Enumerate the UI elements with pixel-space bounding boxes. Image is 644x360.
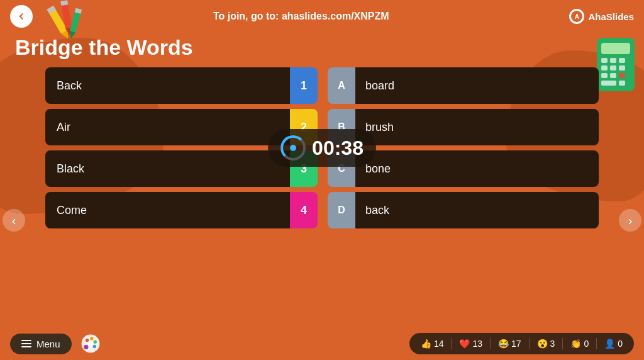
left-item-1-text: Back (57, 79, 82, 93)
divider (562, 338, 563, 349)
wow-emoji: 😮 (537, 339, 548, 349)
svg-point-25 (93, 340, 96, 344)
right-item-b-text: brush (365, 121, 394, 134)
laugh-count: 17 (511, 339, 521, 349)
laugh-emoji: 😂 (498, 339, 509, 349)
right-item-a-text: board (365, 79, 394, 93)
footer: Menu 👍 14 ❤️ 13 😂 17 😮 (0, 327, 644, 360)
timer-display: 00:38 (312, 137, 364, 160)
divider (451, 338, 452, 349)
divider (596, 338, 597, 349)
reaction-laugh: 😂 17 (498, 339, 521, 349)
person-count: 0 (618, 339, 623, 349)
divider (490, 338, 491, 349)
number-badge-4: 4 (290, 192, 318, 228)
letter-badge-d: D (328, 192, 355, 228)
logo-area: A AhaSlides (569, 9, 634, 24)
table-row: Come 4 D back (45, 192, 599, 228)
reaction-person: 👤 0 (604, 339, 623, 349)
right-item-d: back (355, 192, 599, 228)
left-item-2: Air (45, 109, 290, 145)
divider (529, 338, 530, 349)
right-item-a: board (355, 67, 599, 104)
reaction-clap: 👏 0 (570, 339, 589, 349)
left-item-2-text: Air (57, 121, 70, 134)
svg-point-27 (84, 345, 88, 349)
left-item-1: Back (45, 67, 290, 104)
logo-icon: A (569, 9, 584, 24)
left-item-3-text: Black (57, 162, 84, 176)
wow-count: 3 (550, 339, 555, 349)
person-emoji: 👤 (604, 339, 615, 349)
svg-point-26 (92, 345, 96, 348)
hamburger-icon (21, 340, 31, 347)
number-badge-1: 1 (290, 67, 318, 104)
palette-icon (79, 332, 102, 355)
letter-badge-a: A (328, 67, 355, 104)
right-item-c: bone (355, 150, 599, 187)
back-button[interactable] (10, 5, 33, 28)
svg-point-24 (90, 337, 93, 340)
join-url: ahaslides.com/XNPZM (282, 11, 389, 21)
header: To join, go to: ahaslides.com/XNPZM A Ah… (0, 0, 644, 33)
matching-area: Back 1 A board Air 2 B (45, 67, 599, 228)
reactions-bar: 👍 14 ❤️ 13 😂 17 😮 3 👏 0 👤 0 (409, 333, 634, 354)
like-count: 14 (434, 339, 444, 349)
join-info: To join, go to: ahaslides.com/XNPZM (33, 11, 569, 22)
clap-count: 0 (584, 339, 589, 349)
reaction-wow: 😮 3 (537, 339, 555, 349)
page-title: Bridge the Words (0, 33, 644, 67)
menu-label: Menu (36, 339, 60, 349)
heart-emoji: ❤️ (459, 339, 470, 349)
reaction-like: 👍 14 (421, 339, 444, 349)
logo-text: AhaSlides (588, 11, 634, 22)
reaction-heart: ❤️ 13 (459, 339, 482, 349)
right-item-b: brush (355, 109, 599, 145)
right-item-d-text: back (365, 204, 389, 217)
timer-dot (290, 145, 296, 151)
main-content: Back 1 A board Air 2 B (0, 67, 644, 228)
right-item-c-text: bone (365, 162, 391, 176)
menu-button[interactable]: Menu (10, 334, 72, 354)
left-item-4-text: Come (57, 204, 87, 217)
svg-point-23 (85, 339, 88, 342)
svg-point-28 (87, 341, 93, 347)
join-text: To join, go to: (213, 11, 282, 21)
heart-count: 13 (472, 339, 482, 349)
timer-overlay: 00:38 (268, 129, 376, 167)
table-row: Back 1 A board (45, 67, 599, 104)
left-item-4: Come (45, 192, 290, 228)
clap-emoji: 👏 (570, 339, 581, 349)
left-item-3: Black (45, 150, 290, 187)
timer-ring (280, 135, 306, 160)
like-emoji: 👍 (421, 339, 431, 349)
